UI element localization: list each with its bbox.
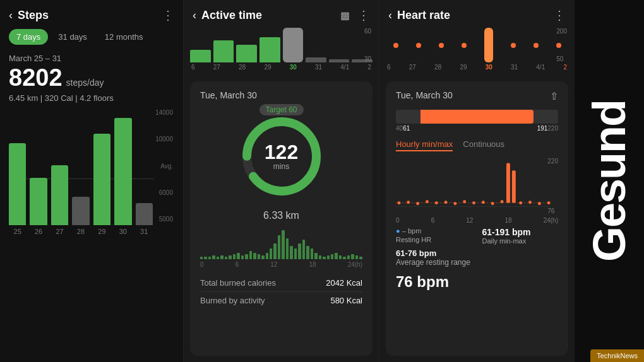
activity-bar	[249, 251, 252, 259]
hr-avg-range: 61-76 bpm Average resting range	[396, 248, 558, 267]
tab-7days[interactable]: 7 days	[9, 29, 48, 45]
hr-stat-daily-sub: Daily min-max	[482, 237, 559, 245]
heart-back-icon[interactable]: ‹	[388, 9, 392, 22]
activity-x-labels: 0 6 12 18 24(h)	[200, 261, 362, 268]
hr-chart-y-76: 76	[547, 207, 558, 214]
bar-30	[114, 118, 131, 225]
hr-stat-resting: ● – bpm Resting HR	[396, 227, 472, 245]
hr-range-container: 40 61 191 220	[396, 110, 558, 132]
hr-dot-4	[462, 43, 467, 48]
bar-label-25: 25	[14, 228, 21, 235]
bar-chart-icon[interactable]: ▩	[340, 9, 350, 21]
hr-x-chart-12: 12	[466, 217, 473, 224]
activity-bar	[278, 235, 280, 259]
spark-1	[190, 50, 211, 62]
activity-bar	[229, 255, 231, 259]
active-back-icon[interactable]: ‹	[193, 9, 196, 22]
activity-bar	[225, 257, 227, 259]
hr-dot-1	[393, 43, 398, 48]
active-header: ‹ Active time ▩ ⋮	[184, 0, 379, 28]
hr-range-active-max: 191	[537, 125, 548, 132]
activity-bar	[327, 255, 330, 259]
cal-value-activity: 580 Kcal	[330, 296, 362, 305]
menu-dots-icon[interactable]: ⋮	[162, 8, 174, 23]
hr-y-200: 200	[556, 28, 567, 35]
activity-bar	[286, 238, 289, 259]
heart-menu-dots[interactable]: ⋮	[553, 8, 566, 23]
hr-tab-continuous[interactable]: Continuous	[463, 139, 504, 151]
activity-bar	[241, 255, 244, 259]
hr-date-text: Tue, March 30	[396, 90, 453, 102]
hr-chart-svg	[396, 158, 558, 214]
hr-stat-daily-value: 61-191 bpm	[482, 227, 559, 237]
svg-point-20	[538, 202, 541, 205]
bar-29	[93, 134, 110, 225]
active-detail-date: Tue, March 30	[200, 90, 362, 100]
svg-rect-17	[512, 170, 516, 202]
activity-bar	[331, 254, 333, 259]
act-x-6: 6	[236, 261, 239, 268]
svg-rect-16	[506, 163, 510, 202]
sparkline-bars	[190, 28, 373, 62]
spark-x-41: 4/1	[340, 64, 349, 71]
hr-stats: ● – bpm Resting HR 61-191 bpm Daily min-…	[396, 227, 558, 245]
bar-label-28: 28	[77, 228, 85, 235]
hr-x-chart-24: 24(h)	[544, 217, 558, 224]
activity-bar	[294, 248, 297, 259]
sparkline-x-labels: 6 27 28 29 30 31 4/1 2	[190, 64, 373, 71]
calories-info: Total burned calories 2042 Kcal Burned b…	[200, 274, 362, 309]
bar-27	[51, 165, 68, 225]
target-badge: Target 60	[259, 104, 303, 115]
hr-stat-resting-label: ● – bpm	[396, 227, 472, 235]
steps-date-range: March 25 – 31	[9, 54, 174, 63]
hr-y-50: 50	[556, 55, 567, 62]
steps-value: 8202	[9, 66, 63, 90]
activity-bar	[220, 255, 223, 259]
activity-bar	[314, 253, 317, 259]
gesund-text: Gesund	[583, 100, 635, 262]
cal-row-activity: Burned by activity 580 Kcal	[200, 292, 362, 309]
activity-bar	[282, 230, 284, 259]
active-menu-dots[interactable]: ⋮	[357, 8, 370, 23]
spark-5-selected	[283, 28, 304, 62]
steps-meta: 6.45 km | 320 Cal | 4.2 floors	[9, 93, 174, 103]
activity-bar	[343, 257, 345, 259]
hr-chart-x-labels: 0 6 12 18 24(h)	[396, 217, 558, 224]
cal-label-total: Total burned calories	[200, 278, 276, 288]
hr-tabs: Hourly min/max Continuous	[396, 139, 558, 151]
tab-31days[interactable]: 31 days	[51, 29, 95, 45]
activity-bar	[339, 255, 342, 259]
hr-detail-date: Tue, March 30 ⇧	[396, 90, 558, 102]
cal-value-total: 2042 Kcal	[326, 278, 362, 288]
spark-3	[236, 45, 257, 62]
activity-bar	[233, 254, 236, 259]
hr-x-2: 2	[563, 64, 567, 71]
activity-bar	[359, 257, 362, 259]
bar-31	[136, 203, 153, 225]
bar-col-25: 25	[9, 143, 26, 235]
act-x-24: 24(h)	[348, 261, 362, 268]
hr-stat-resting-sub: Resting HR	[396, 236, 472, 243]
hr-tab-hourly[interactable]: Hourly min/max	[396, 139, 453, 151]
bar-col-26: 26	[30, 178, 47, 235]
hr-x-27: 27	[409, 64, 416, 71]
hr-sparkline: 200 50 6 27 28 29 30 31 4/1 2	[379, 28, 575, 75]
spark-y-60: 60	[364, 28, 371, 35]
hr-sparkline-x-labels: 6 27 28 29 30 31 4/1 2	[386, 64, 568, 71]
hr-x-29: 29	[460, 64, 467, 71]
svg-point-15	[501, 200, 504, 203]
act-x-18: 18	[309, 261, 316, 268]
heart-title: Heart rate	[397, 9, 450, 22]
svg-point-5	[407, 201, 410, 204]
svg-point-19	[528, 201, 532, 204]
tab-12months[interactable]: 12 months	[97, 29, 151, 45]
bar-26	[30, 178, 47, 225]
bar-col-27: 27	[51, 165, 68, 235]
donut-container: Target 60 122 mins	[200, 109, 362, 204]
svg-point-9	[444, 201, 448, 204]
hr-x-31: 31	[511, 64, 518, 71]
activity-bar	[298, 243, 301, 259]
hr-stat-bpm-label: – bpm	[402, 227, 422, 235]
back-arrow-icon[interactable]: ‹	[9, 9, 13, 22]
share-icon[interactable]: ⇧	[550, 90, 558, 102]
